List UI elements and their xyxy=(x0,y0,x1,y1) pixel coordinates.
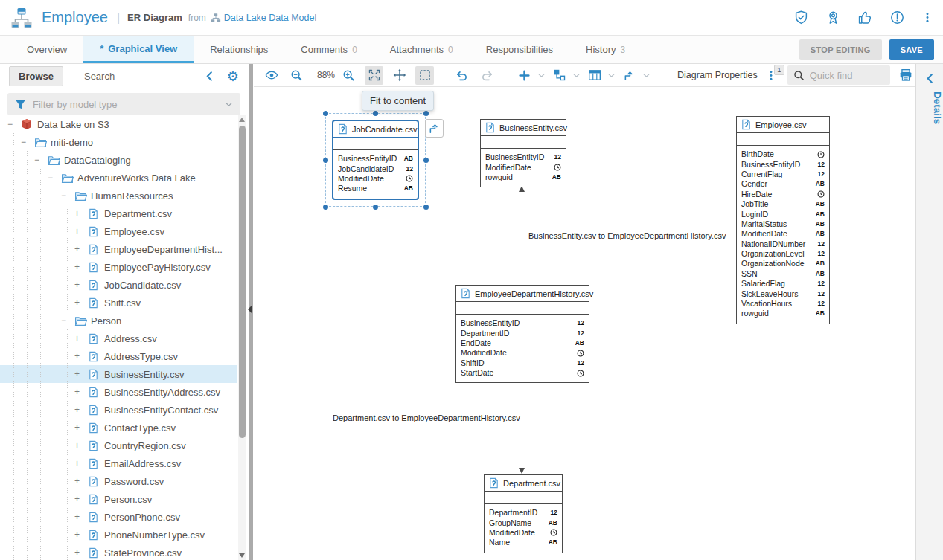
tree-expander-icon[interactable]: − xyxy=(7,119,21,129)
tree-item[interactable]: +StateProvince.csv xyxy=(0,544,237,560)
tree-expander-icon[interactable]: + xyxy=(74,422,88,433)
relationship-line[interactable] xyxy=(522,186,522,285)
entity-column[interactable]: GenderAB xyxy=(741,179,825,189)
entity[interactable]: JobCandidate.csvBusinessEntityIDABJobCan… xyxy=(332,120,419,200)
chevron-down-icon[interactable] xyxy=(642,71,650,80)
relationship-line[interactable] xyxy=(522,378,522,474)
tree-expander-icon[interactable]: + xyxy=(74,297,88,308)
quick-find[interactable] xyxy=(787,65,890,85)
tab-comments[interactable]: Comments0 xyxy=(284,36,374,63)
tree-expander-icon[interactable]: + xyxy=(74,387,88,397)
model-link[interactable]: Data Lake Data Model xyxy=(211,13,316,23)
tree-item[interactable]: +BusinessEntity.csv xyxy=(0,365,237,383)
tree-expander-icon[interactable]: + xyxy=(74,476,88,486)
entity-header[interactable]: Employee.csv xyxy=(737,117,829,133)
selection-handle[interactable] xyxy=(423,111,429,116)
tree-expander-icon[interactable]: + xyxy=(74,226,88,236)
marquee-select-button[interactable] xyxy=(415,66,434,85)
chevron-down-icon[interactable] xyxy=(607,71,616,80)
tree-item[interactable]: +JobCandidate.csv xyxy=(0,276,237,294)
relationship-label[interactable]: BusinessEntity.csv to EmployeeDepartment… xyxy=(528,231,726,240)
tree-item[interactable]: +Department.csv xyxy=(0,205,237,222)
entity[interactable]: Department.csvDepartmentID12GroupNameABM… xyxy=(484,474,563,553)
scroll-down-arrow[interactable] xyxy=(239,553,245,558)
entity-column[interactable]: rowguidAB xyxy=(485,173,561,182)
entity-column[interactable]: BusinessEntityIDAB xyxy=(338,154,413,164)
tab-relationships[interactable]: Relationships xyxy=(194,36,284,63)
tree-item[interactable]: +Password.csv xyxy=(0,472,237,490)
left-splitter[interactable] xyxy=(249,64,253,560)
alert-icon[interactable] xyxy=(890,10,904,25)
table-view-button[interactable] xyxy=(585,66,604,85)
entity-header[interactable]: BusinessEntity.csv xyxy=(481,120,566,136)
tree-item[interactable]: +PersonPhone.csv xyxy=(0,508,237,526)
sidebar-scrollbar[interactable] xyxy=(238,115,246,560)
chevron-down-icon[interactable] xyxy=(572,71,581,80)
tree-item[interactable]: +Shift.csv xyxy=(0,294,237,312)
tree-expander-icon[interactable]: + xyxy=(74,244,88,254)
entity-column[interactable]: GroupNameAB xyxy=(489,518,557,527)
tree-expander-icon[interactable]: + xyxy=(74,280,88,290)
tree-expander-icon[interactable]: + xyxy=(74,351,88,361)
tree-item[interactable]: +EmployeeDepartmentHist... xyxy=(0,240,237,258)
more-vertical-icon[interactable] xyxy=(922,11,933,24)
relationship-button[interactable] xyxy=(620,66,639,85)
tree-item[interactable]: +AddressType.csv xyxy=(0,347,237,365)
entity-column[interactable]: BirthDate xyxy=(741,149,825,159)
quick-find-input[interactable] xyxy=(810,70,884,81)
entity-column[interactable]: DepartmentID12 xyxy=(489,508,557,518)
entity-column[interactable]: DepartmentID12 xyxy=(461,328,584,338)
entity-column[interactable]: StartDate xyxy=(461,368,584,378)
relationship-label[interactable]: Department.csv to EmployeeDepartmentHist… xyxy=(333,413,520,422)
tree-item[interactable]: −DataCataloging xyxy=(0,151,237,169)
tree-expander-icon[interactable]: + xyxy=(74,547,88,558)
selection-handle[interactable] xyxy=(323,158,328,163)
like-icon[interactable] xyxy=(858,10,872,25)
selection-handle[interactable] xyxy=(423,205,429,210)
scrollbar-thumb[interactable] xyxy=(239,126,246,438)
tree-expander-icon[interactable]: − xyxy=(34,155,48,165)
tree-expander-icon[interactable]: − xyxy=(48,173,61,183)
entity-column[interactable]: NameAB xyxy=(489,538,557,547)
entity-column[interactable]: OrganizationLevel12 xyxy=(741,249,825,259)
tree-item[interactable]: +BusinessEntityAddress.csv xyxy=(0,383,237,401)
tree-item[interactable]: −miti-demo xyxy=(0,133,237,151)
entity-column[interactable]: CurrentFlag12 xyxy=(741,170,825,179)
scroll-up-arrow[interactable] xyxy=(239,118,245,122)
sidebar-tab-browse[interactable]: Browse xyxy=(9,66,63,86)
model-type-filter[interactable]: Filter by model type xyxy=(7,93,240,115)
tree-expander-icon[interactable]: + xyxy=(74,512,88,522)
shield-check-icon[interactable] xyxy=(794,10,808,25)
fit-to-content-button[interactable] xyxy=(365,66,383,85)
selection-handle[interactable] xyxy=(373,205,378,210)
entity[interactable]: Employee.csvBirthDateBusinessEntityID12C… xyxy=(736,116,830,324)
tree-item[interactable]: +ContactType.csv xyxy=(0,419,237,437)
entity-column[interactable]: ModifiedDate xyxy=(338,174,413,184)
entity-column[interactable]: BusinessEntityID12 xyxy=(741,159,825,169)
tree-expander-icon[interactable]: + xyxy=(74,405,88,415)
chevron-down-icon[interactable] xyxy=(537,71,546,80)
tree-expander-icon[interactable]: + xyxy=(74,208,88,219)
certification-icon[interactable] xyxy=(826,10,840,25)
tree-expander-icon[interactable]: + xyxy=(74,369,88,379)
zoom-in-button[interactable] xyxy=(339,66,358,85)
tree-item[interactable]: +CountryRegion.csv xyxy=(0,437,237,454)
entity-header[interactable]: JobCandidate.csv xyxy=(333,121,418,138)
tree-item[interactable]: −Data Lake on S3 xyxy=(0,115,237,133)
entity-column[interactable]: rowguidAB xyxy=(741,309,825,318)
expand-details-icon[interactable] xyxy=(916,64,943,84)
sidebar-tab-search[interactable]: Search xyxy=(75,67,124,86)
tab-history[interactable]: History3 xyxy=(569,36,642,63)
entity-column[interactable]: JobTitleAB xyxy=(741,199,825,209)
entity-column[interactable]: JobCandidateID12 xyxy=(338,164,413,173)
tree-expander-icon[interactable]: + xyxy=(74,333,88,344)
tree-item[interactable]: −AdventureWorks Data Lake xyxy=(0,169,237,187)
tree-expander-icon[interactable]: + xyxy=(74,440,88,451)
tree-item[interactable]: +Address.csv xyxy=(0,329,237,347)
entity-column[interactable]: HireDate xyxy=(741,190,825,199)
undo-button[interactable] xyxy=(453,66,471,85)
tab-overview[interactable]: Overview xyxy=(10,36,83,63)
tree-expander-icon[interactable]: + xyxy=(74,262,88,272)
entity-column[interactable]: NationalIDNumber12 xyxy=(741,239,825,249)
entity-column[interactable]: ShiftID12 xyxy=(461,358,584,368)
